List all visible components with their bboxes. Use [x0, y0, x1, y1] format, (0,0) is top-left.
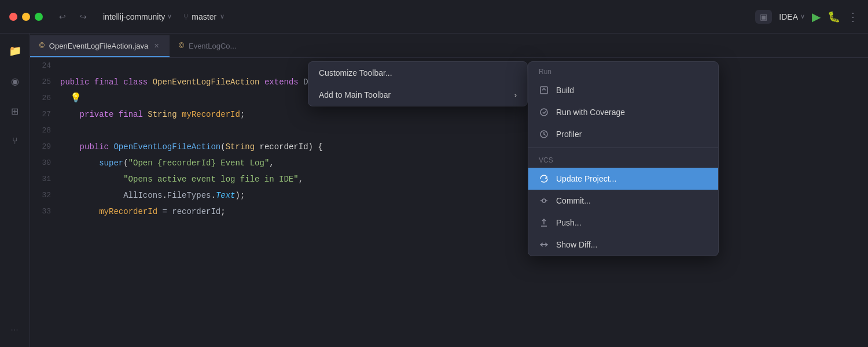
project-name: intellij-community	[103, 12, 165, 21]
panel-item-build-label: Build	[556, 86, 574, 95]
maximize-button[interactable]	[35, 13, 43, 21]
tab-label-1: OpenEventLogFileAction.java	[49, 42, 148, 50]
line-content-32: AllIcons.FileTypes.Text);	[60, 187, 868, 204]
branches-icon: ⑂	[12, 136, 18, 146]
tab-label-2: EventLogCo...	[189, 42, 236, 50]
tab-open-event-log[interactable]: © OpenEventLogFileAction.java ✕	[30, 35, 170, 57]
sidebar-icon-folder[interactable]: 📁	[5, 40, 25, 61]
line-content-31: "Opens active event log file in IDE",	[60, 171, 868, 187]
run-button[interactable]: ▶	[812, 10, 821, 24]
titlebar-right: ▣ IDEA ∨ ▶ 🐛 ⋮	[755, 10, 859, 24]
minimize-button[interactable]	[22, 13, 30, 21]
line-number-28: 28	[30, 123, 60, 139]
panel-item-profiler-label: Profiler	[556, 130, 582, 139]
sidebar-icon-more[interactable]: ···	[5, 319, 25, 340]
panel-item-run-coverage[interactable]: Run with Coverage	[528, 101, 718, 123]
svg-point-3	[542, 199, 546, 202]
code-line-33: 33 myRecorderId = recorderId;	[30, 204, 868, 220]
line-content-29: public OpenEventLogFileAction(String rec…	[60, 139, 868, 155]
sidebar-icon-branches[interactable]: ⑂	[5, 131, 25, 152]
panel-item-commit[interactable]: Commit...	[528, 190, 718, 212]
editor-area: © OpenEventLogFileAction.java ✕ © EventL…	[30, 34, 868, 347]
right-panel-menu[interactable]: Run Build	[528, 61, 719, 256]
panel-item-push[interactable]: Push...	[528, 212, 718, 234]
run-section-label: Run	[528, 62, 718, 79]
titlebar: ↩ ↪ intellij-community ∨ ⑂ master ∨ ▣ ID…	[0, 0, 868, 34]
tab-event-log-co[interactable]: © EventLogCo...	[170, 35, 245, 57]
line-content-27: private final String myRecorderId;	[60, 106, 868, 123]
profiler-icon	[539, 129, 549, 139]
idea-chevron-icon: ∨	[800, 13, 805, 20]
folder-icon: 📁	[9, 45, 21, 57]
line-number-33: 33	[30, 204, 60, 220]
line-number-31: 31	[30, 171, 60, 187]
customize-toolbar-label: Customize Toolbar...	[319, 68, 392, 77]
customize-toolbar-item[interactable]: Customize Toolbar...	[308, 62, 527, 84]
git-icon: ◉	[11, 76, 19, 87]
panel-divider	[528, 147, 718, 148]
add-to-main-toolbar-left: Add to Main Toolbar	[319, 90, 391, 99]
more-actions-button[interactable]: ⋮	[847, 10, 859, 24]
build-icon	[539, 85, 549, 95]
vcs-section-label: VCS	[528, 150, 718, 168]
line-number-32: 32	[30, 187, 60, 204]
tab-icon-2: ©	[179, 42, 184, 50]
line-number-29: 29	[30, 139, 60, 155]
main-area: 📁 ◉ ⊞ ⑂ ··· © OpenEventLogFileAction.jav…	[0, 34, 868, 347]
customize-toolbar-dropdown[interactable]: Customize Toolbar... Add to Main Toolbar…	[308, 61, 528, 106]
bulb-icon[interactable]: 💡	[70, 93, 82, 104]
panel-item-commit-label: Commit...	[556, 196, 591, 205]
traffic-lights	[9, 13, 43, 21]
code-line-31: 31 "Opens active event log file in IDE",	[30, 171, 868, 187]
branch-chevron-icon: ∨	[220, 13, 225, 20]
add-to-main-toolbar-label: Add to Main Toolbar	[319, 90, 391, 99]
panel-item-show-diff[interactable]: Show Diff...	[528, 234, 718, 256]
undo-button[interactable]: ↩	[54, 9, 71, 25]
add-to-main-toolbar-item[interactable]: Add to Main Toolbar ›	[308, 84, 527, 106]
submenu-arrow-icon: ›	[514, 91, 517, 99]
tab-icon-1: ©	[39, 42, 45, 50]
debug-button[interactable]: 🐛	[827, 10, 840, 23]
sidebar-icon-modules[interactable]: ⊞	[5, 101, 25, 121]
panel-item-profiler[interactable]: Profiler	[528, 123, 718, 145]
close-button[interactable]	[9, 13, 17, 21]
more-icon: ···	[11, 326, 19, 334]
line-number-30: 30	[30, 155, 60, 171]
line-content-28	[60, 123, 868, 139]
project-chevron-icon[interactable]: ∨	[167, 13, 172, 20]
run-config-icon: ▣	[760, 12, 767, 21]
run-config-area[interactable]: ▣	[755, 10, 772, 24]
git-branch-icon: ⑂	[183, 12, 188, 21]
panel-item-update-project[interactable]: Update Project...	[528, 168, 718, 190]
line-number-24: 24	[30, 58, 60, 74]
tabs-bar: © OpenEventLogFileAction.java ✕ © EventL…	[30, 34, 868, 58]
branch-section[interactable]: ⑂ master ∨	[183, 12, 225, 21]
push-icon	[539, 217, 549, 228]
code-line-27: 27 private final String myRecorderId;	[30, 106, 868, 123]
line-number-27: 27	[30, 106, 60, 123]
show-diff-icon	[539, 239, 549, 250]
tab-close-1[interactable]: ✕	[153, 41, 160, 51]
line-number-25: 25	[30, 74, 60, 90]
code-line-30: 30 super("Open {recorderId} Event Log",	[30, 155, 868, 171]
commit-icon	[539, 195, 549, 206]
code-line-28: 28	[30, 123, 868, 139]
line-content-33: myRecorderId = recorderId;	[60, 204, 868, 220]
code-line-32: 32 AllIcons.FileTypes.Text);	[30, 187, 868, 204]
branch-name: master	[192, 12, 216, 21]
panel-item-build[interactable]: Build	[528, 79, 718, 101]
code-line-29: 29 public OpenEventLogFileAction(String …	[30, 139, 868, 155]
redo-button[interactable]: ↪	[75, 9, 91, 25]
update-project-icon	[539, 174, 549, 184]
idea-label: IDEA ∨	[779, 12, 805, 21]
panel-item-show-diff-label: Show Diff...	[556, 240, 597, 249]
panel-item-run-coverage-label: Run with Coverage	[556, 108, 625, 117]
titlebar-controls: ↩ ↪	[54, 9, 91, 25]
run-coverage-icon	[539, 107, 549, 117]
panel-item-push-label: Push...	[556, 218, 582, 227]
sidebar: 📁 ◉ ⊞ ⑂ ···	[0, 34, 30, 347]
line-content-30: super("Open {recorderId} Event Log",	[60, 155, 868, 171]
panel-item-update-project-label: Update Project...	[556, 174, 616, 183]
line-number-26: 26	[30, 90, 60, 106]
sidebar-icon-git[interactable]: ◉	[5, 71, 25, 91]
